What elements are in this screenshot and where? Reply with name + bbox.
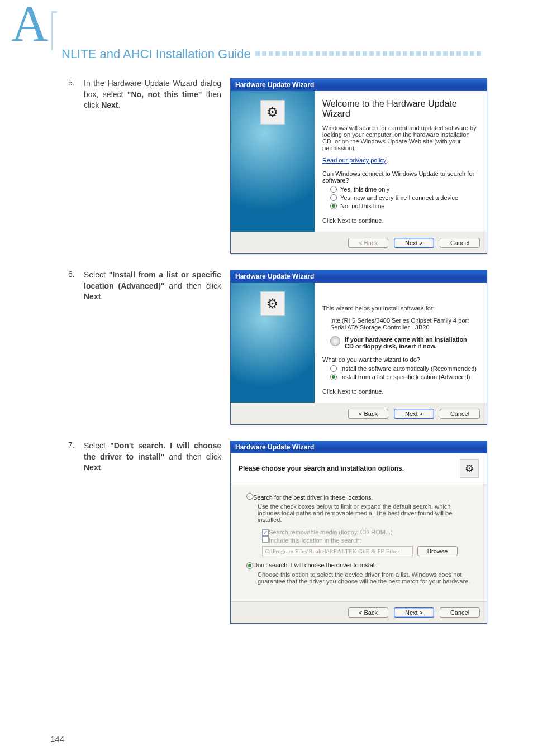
device-icon: ⚙ [260, 100, 285, 125]
bold-text: Next [84, 463, 101, 472]
continue-note: Click Next to continue. [322, 388, 477, 395]
back-button: < Back [348, 238, 388, 248]
checkbox-label: Include this location in the search: [269, 537, 361, 544]
decorative-bar [51, 11, 57, 50]
radio-icon [330, 374, 337, 380]
cancel-button[interactable]: Cancel [440, 607, 480, 618]
step-text: Select "Don't search. I will choose the … [84, 441, 221, 473]
radio-yes-once[interactable]: Yes, this time only [330, 186, 477, 193]
radio-auto[interactable]: Install the software automatically (Reco… [330, 365, 477, 372]
wizard-banner: ⚙ [231, 283, 315, 403]
help-text: This wizard helps you install software f… [322, 305, 477, 312]
text: Select [84, 441, 110, 450]
radio-search[interactable]: Search for the best driver in these loca… [246, 493, 471, 501]
dialog-title: Hardware Update Wizard [231, 79, 487, 91]
wizard-question: What do you want the wizard to do? [322, 356, 477, 363]
radio-icon [246, 562, 253, 569]
cd-note: If your hardware came with an installati… [345, 336, 477, 350]
wizard-banner: ⚙ [231, 91, 315, 232]
decorative-dots [255, 51, 499, 57]
checkbox-icon: ✓ [262, 529, 269, 536]
text: and then click [164, 452, 221, 461]
radio-label: Install the software automatically (Reco… [340, 365, 477, 372]
wizard-dialog-2: Hardware Update Wizard ⚙ This wizard hel… [230, 270, 487, 425]
device-icon: ⚙ [460, 459, 479, 478]
step-number: 6. [68, 270, 84, 279]
back-button[interactable]: < Back [348, 409, 388, 419]
cancel-button[interactable]: Cancel [440, 409, 480, 419]
radio-label: Yes, now and every time I connect a devi… [340, 194, 458, 201]
checkbox-label: Search removable media (floppy, CD-ROM..… [269, 529, 393, 535]
privacy-link[interactable]: Read our privacy policy [322, 157, 386, 164]
sheet-heading: Please choose your search and installati… [239, 465, 404, 472]
text: . [118, 101, 120, 109]
step-6: 6. Select "Install from a list or specif… [68, 270, 499, 425]
next-button[interactable]: Next > [394, 409, 434, 419]
next-button[interactable]: Next > [394, 238, 434, 248]
radio-advanced[interactable]: Install from a list or specific location… [330, 374, 477, 380]
radio-dont-search[interactable]: Don't search. I will choose the driver t… [246, 562, 471, 569]
page-title: NLITE and AHCI Installation Guide [61, 47, 251, 61]
chk-include-location: Include this location in the search: [262, 536, 471, 544]
radio-icon [330, 203, 337, 209]
wizard-question: Can Windows connect to Windows Update to… [322, 170, 477, 184]
next-button[interactable]: Next > [394, 607, 434, 618]
step-5: 5. In the Hardware Update Wizard dialog … [68, 78, 499, 254]
radio-label: Install from a list or specific location… [340, 374, 470, 380]
step-7: 7. Select "Don't search. I will choose t… [68, 441, 499, 624]
step-number: 5. [68, 78, 84, 87]
search-desc: Use the check boxes below to limit or ex… [258, 503, 471, 523]
wizard-intro: Windows will search for current and upda… [322, 125, 477, 151]
radio-icon [330, 365, 337, 372]
checkbox-icon [262, 536, 269, 543]
back-button[interactable]: < Back [348, 607, 388, 618]
step-text: Select "Install from a list or specific … [84, 270, 221, 303]
radio-no[interactable]: No, not this time [330, 203, 477, 209]
bold-text: Next [101, 101, 118, 109]
text: and then click [164, 281, 221, 290]
bold-text: "No, not this time" [127, 90, 202, 99]
dont-search-desc: Choose this option to select the device … [258, 571, 471, 585]
bold-text: Next [84, 292, 101, 301]
path-input [262, 546, 413, 556]
text: Select [84, 270, 109, 279]
text: . [101, 292, 103, 301]
step-number: 7. [68, 441, 84, 449]
browse-button: Browse [417, 546, 458, 556]
step-text: In the Hardware Update Wizard dialog box… [84, 78, 221, 111]
radio-label: No, not this time [340, 203, 384, 209]
radio-label: Don't search. I will choose the driver t… [253, 562, 378, 568]
radio-icon [330, 186, 337, 193]
cancel-button[interactable]: Cancel [440, 238, 480, 248]
cd-icon [330, 336, 340, 346]
radio-label: Search for the best driver in these loca… [253, 494, 373, 501]
radio-label: Yes, this time only [340, 186, 389, 193]
wizard-dialog-3: Hardware Update Wizard Please choose you… [230, 441, 487, 624]
radio-icon [330, 194, 337, 201]
dialog-title: Hardware Update Wizard [231, 270, 487, 283]
wizard-heading: Welcome to the Hardware Update Wizard [322, 99, 477, 119]
wizard-dialog-1: Hardware Update Wizard ⚙ Welcome to the … [230, 78, 487, 254]
dialog-title: Hardware Update Wizard [231, 441, 487, 453]
radio-icon [246, 493, 253, 500]
chk-removable: ✓Search removable media (floppy, CD-ROM.… [262, 529, 471, 536]
continue-note: Click Next to continue. [322, 217, 477, 224]
appendix-letter: A [11, 3, 48, 45]
device-icon: ⚙ [260, 291, 285, 316]
radio-yes-always[interactable]: Yes, now and every time I connect a devi… [330, 194, 477, 201]
page-number: 144 [50, 734, 64, 744]
device-name: Intel(R) 5 Series/3400 Series Chipset Fa… [330, 317, 477, 331]
text: . [101, 463, 103, 472]
